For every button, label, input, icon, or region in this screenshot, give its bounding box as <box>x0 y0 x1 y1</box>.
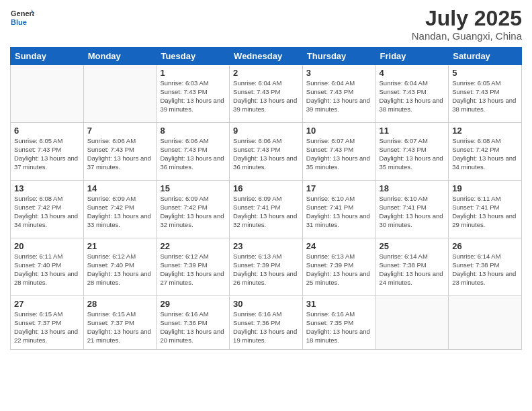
calendar-cell: 31Sunrise: 6:16 AM Sunset: 7:35 PM Dayli… <box>302 296 375 350</box>
day-info: Sunrise: 6:05 AM Sunset: 7:43 PM Dayligh… <box>452 79 518 113</box>
day-number: 6 <box>14 126 80 136</box>
day-info: Sunrise: 6:16 AM Sunset: 7:36 PM Dayligh… <box>160 310 226 345</box>
calendar-cell: 12Sunrise: 6:08 AM Sunset: 7:42 PM Dayli… <box>449 123 522 181</box>
calendar-cell: 5Sunrise: 6:05 AM Sunset: 7:43 PM Daylig… <box>449 65 522 123</box>
calendar-cell: 3Sunrise: 6:04 AM Sunset: 7:43 PM Daylig… <box>302 65 375 123</box>
location: Nandan, Guangxi, China <box>412 30 522 42</box>
calendar-cell: 2Sunrise: 6:04 AM Sunset: 7:43 PM Daylig… <box>230 65 303 123</box>
calendar-cell: 23Sunrise: 6:13 AM Sunset: 7:39 PM Dayli… <box>230 238 303 296</box>
day-number: 22 <box>160 241 226 251</box>
calendar-cell: 15Sunrise: 6:09 AM Sunset: 7:42 PM Dayli… <box>157 181 230 238</box>
day-info: Sunrise: 6:14 AM Sunset: 7:38 PM Dayligh… <box>452 253 518 287</box>
weekday-header-row: SundayMondayTuesdayWednesdayThursdayFrid… <box>11 48 522 65</box>
day-info: Sunrise: 6:15 AM Sunset: 7:37 PM Dayligh… <box>14 310 80 345</box>
week-row-4: 20Sunrise: 6:11 AM Sunset: 7:40 PM Dayli… <box>11 238 522 296</box>
calendar-cell: 20Sunrise: 6:11 AM Sunset: 7:40 PM Dayli… <box>11 238 84 296</box>
day-number: 15 <box>160 183 226 193</box>
logo: General Blue <box>10 7 34 31</box>
week-row-3: 13Sunrise: 6:08 AM Sunset: 7:42 PM Dayli… <box>11 181 522 238</box>
day-number: 30 <box>233 299 299 309</box>
day-number: 19 <box>452 183 518 193</box>
day-number: 1 <box>160 68 226 78</box>
calendar-cell: 9Sunrise: 6:06 AM Sunset: 7:43 PM Daylig… <box>230 123 303 181</box>
day-info: Sunrise: 6:06 AM Sunset: 7:43 PM Dayligh… <box>233 137 299 171</box>
day-number: 31 <box>306 299 372 309</box>
calendar-cell: 7Sunrise: 6:06 AM Sunset: 7:43 PM Daylig… <box>83 123 157 181</box>
calendar-cell <box>375 296 449 350</box>
day-number: 7 <box>87 126 153 136</box>
day-info: Sunrise: 6:03 AM Sunset: 7:43 PM Dayligh… <box>160 79 226 113</box>
title-block: July 2025 Nandan, Guangxi, China <box>412 7 522 42</box>
week-row-5: 27Sunrise: 6:15 AM Sunset: 7:37 PM Dayli… <box>11 296 522 350</box>
day-number: 3 <box>306 68 372 78</box>
day-number: 5 <box>452 68 518 78</box>
day-info: Sunrise: 6:09 AM Sunset: 7:41 PM Dayligh… <box>233 195 299 229</box>
day-number: 10 <box>306 126 372 136</box>
calendar-cell <box>11 65 84 123</box>
day-number: 9 <box>233 126 299 136</box>
month-year: July 2025 <box>412 7 522 30</box>
day-info: Sunrise: 6:13 AM Sunset: 7:39 PM Dayligh… <box>233 253 299 287</box>
day-number: 27 <box>14 299 80 309</box>
day-info: Sunrise: 6:13 AM Sunset: 7:39 PM Dayligh… <box>306 253 372 287</box>
day-info: Sunrise: 6:12 AM Sunset: 7:40 PM Dayligh… <box>87 253 153 287</box>
day-number: 13 <box>14 183 80 193</box>
day-info: Sunrise: 6:04 AM Sunset: 7:43 PM Dayligh… <box>233 79 299 113</box>
weekday-friday: Friday <box>375 48 449 65</box>
day-number: 17 <box>306 183 372 193</box>
calendar-cell: 29Sunrise: 6:16 AM Sunset: 7:36 PM Dayli… <box>157 296 230 350</box>
day-number: 20 <box>14 241 80 251</box>
calendar-cell: 13Sunrise: 6:08 AM Sunset: 7:42 PM Dayli… <box>11 181 84 238</box>
day-info: Sunrise: 6:08 AM Sunset: 7:42 PM Dayligh… <box>452 137 518 171</box>
calendar-cell: 16Sunrise: 6:09 AM Sunset: 7:41 PM Dayli… <box>230 181 303 238</box>
calendar-cell: 24Sunrise: 6:13 AM Sunset: 7:39 PM Dayli… <box>302 238 375 296</box>
day-number: 12 <box>452 126 518 136</box>
day-number: 11 <box>380 126 445 136</box>
calendar-cell: 21Sunrise: 6:12 AM Sunset: 7:40 PM Dayli… <box>83 238 157 296</box>
day-number: 24 <box>306 241 372 251</box>
day-number: 28 <box>87 299 153 309</box>
day-number: 16 <box>233 183 299 193</box>
day-info: Sunrise: 6:04 AM Sunset: 7:43 PM Dayligh… <box>380 79 445 113</box>
svg-text:General: General <box>11 9 34 17</box>
day-number: 8 <box>160 126 226 136</box>
logo-svg: General Blue <box>10 7 34 31</box>
weekday-tuesday: Tuesday <box>157 48 230 65</box>
calendar-cell: 14Sunrise: 6:09 AM Sunset: 7:42 PM Dayli… <box>83 181 157 238</box>
day-info: Sunrise: 6:16 AM Sunset: 7:35 PM Dayligh… <box>306 310 372 345</box>
day-number: 29 <box>160 299 226 309</box>
day-info: Sunrise: 6:11 AM Sunset: 7:40 PM Dayligh… <box>14 253 80 287</box>
calendar-cell <box>449 296 522 350</box>
day-info: Sunrise: 6:07 AM Sunset: 7:43 PM Dayligh… <box>306 137 372 171</box>
weekday-saturday: Saturday <box>449 48 522 65</box>
calendar-cell <box>83 65 157 123</box>
day-info: Sunrise: 6:10 AM Sunset: 7:41 PM Dayligh… <box>380 195 445 229</box>
page: General Blue July 2025 Nandan, Guangxi, … <box>0 0 532 411</box>
day-info: Sunrise: 6:06 AM Sunset: 7:43 PM Dayligh… <box>87 137 153 171</box>
calendar-cell: 30Sunrise: 6:16 AM Sunset: 7:36 PM Dayli… <box>230 296 303 350</box>
day-number: 23 <box>233 241 299 251</box>
day-number: 18 <box>380 183 445 193</box>
svg-text:Blue: Blue <box>11 18 27 26</box>
calendar-cell: 18Sunrise: 6:10 AM Sunset: 7:41 PM Dayli… <box>375 181 449 238</box>
calendar-cell: 1Sunrise: 6:03 AM Sunset: 7:43 PM Daylig… <box>157 65 230 123</box>
day-number: 26 <box>452 241 518 251</box>
weekday-wednesday: Wednesday <box>230 48 303 65</box>
calendar-cell: 17Sunrise: 6:10 AM Sunset: 7:41 PM Dayli… <box>302 181 375 238</box>
day-info: Sunrise: 6:11 AM Sunset: 7:41 PM Dayligh… <box>452 195 518 229</box>
day-info: Sunrise: 6:12 AM Sunset: 7:39 PM Dayligh… <box>160 253 226 287</box>
calendar-cell: 22Sunrise: 6:12 AM Sunset: 7:39 PM Dayli… <box>157 238 230 296</box>
day-number: 4 <box>380 68 445 78</box>
weekday-sunday: Sunday <box>11 48 84 65</box>
calendar-table: SundayMondayTuesdayWednesdayThursdayFrid… <box>10 47 522 350</box>
calendar-cell: 10Sunrise: 6:07 AM Sunset: 7:43 PM Dayli… <box>302 123 375 181</box>
day-info: Sunrise: 6:15 AM Sunset: 7:37 PM Dayligh… <box>87 310 153 345</box>
calendar-cell: 27Sunrise: 6:15 AM Sunset: 7:37 PM Dayli… <box>11 296 84 350</box>
week-row-2: 6Sunrise: 6:05 AM Sunset: 7:43 PM Daylig… <box>11 123 522 181</box>
calendar-cell: 6Sunrise: 6:05 AM Sunset: 7:43 PM Daylig… <box>11 123 84 181</box>
calendar-cell: 26Sunrise: 6:14 AM Sunset: 7:38 PM Dayli… <box>449 238 522 296</box>
calendar-cell: 11Sunrise: 6:07 AM Sunset: 7:43 PM Dayli… <box>375 123 449 181</box>
header: General Blue July 2025 Nandan, Guangxi, … <box>10 7 522 42</box>
day-number: 2 <box>233 68 299 78</box>
day-info: Sunrise: 6:14 AM Sunset: 7:38 PM Dayligh… <box>380 253 445 287</box>
